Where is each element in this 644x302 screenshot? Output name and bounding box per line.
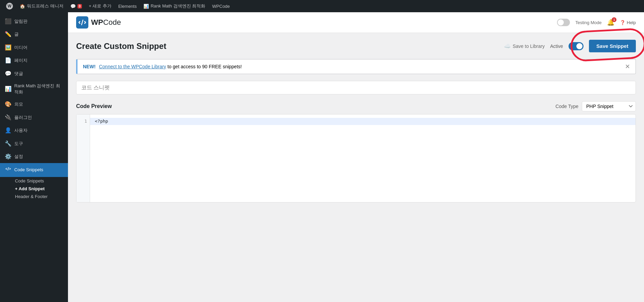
sidebar-item-plugins[interactable]: 🔌 플러그인	[0, 111, 68, 124]
sidebar: ⬛ 알림판 ✏️ 글 🖼️ 미디어 📄 페이지 💬 댓글 📊 Rank Math…	[0, 12, 68, 302]
line-number: 1	[79, 118, 87, 125]
sidebar-item-label: Code Snippets	[14, 167, 43, 173]
code-snippets-icon	[5, 166, 12, 174]
sidebar-item-label: Rank Math 검색엔진 최적화	[14, 83, 65, 95]
wp-icon: W	[6, 3, 13, 10]
code-content[interactable]: <?php	[90, 114, 636, 202]
notice-body: to get access to 90 FREE snippets!	[168, 64, 242, 69]
site-label: 워드프레스 매니저	[27, 3, 64, 9]
page-title-row: Create Custom Snippet ☁️ Save to Library…	[76, 40, 636, 52]
line-numbers: 1	[76, 114, 90, 202]
sidebar-item-label: 미디어	[14, 45, 28, 51]
sidebar-item-appearance[interactable]: 🎨 외모	[0, 98, 68, 111]
save-snippet-button[interactable]: Save Snippet	[589, 40, 636, 52]
home-icon: 🏠	[20, 4, 25, 9]
sidebar-item-dashboard[interactable]: ⬛ 알림판	[0, 15, 68, 28]
sidebar-item-label: 알림판	[14, 18, 28, 24]
wpcode-logo-icon	[76, 16, 88, 29]
elements-label: Elements	[118, 4, 137, 9]
site-name-button[interactable]: 🏠 워드프레스 매니저	[16, 0, 67, 12]
main-layout: ⬛ 알림판 ✏️ 글 🖼️ 미디어 📄 페이지 💬 댓글 📊 Rank Math…	[0, 12, 644, 302]
notification-badge: 1	[612, 17, 616, 22]
save-to-library-label: Save to Library	[513, 43, 545, 49]
sidebar-item-posts[interactable]: ✏️ 글	[0, 28, 68, 41]
appearance-icon: 🎨	[5, 101, 12, 108]
sidebar-item-label: 설정	[14, 154, 23, 160]
sidebar-item-users[interactable]: 👤 사용자	[0, 124, 68, 137]
rankmath-label: Rank Math 검색엔진 최적화	[151, 3, 205, 9]
sidebar-item-tools[interactable]: 🔧 도구	[0, 137, 68, 150]
posts-icon: ✏️	[5, 31, 12, 38]
cloud-icon: ☁️	[504, 43, 511, 49]
sidebar-sub-code-snippets[interactable]: Code Snippets	[0, 177, 68, 185]
title-actions: ☁️ Save to Library Active Save Snippet	[504, 40, 636, 52]
sidebar-sub-header-footer[interactable]: Header & Footer	[0, 193, 68, 200]
testing-mode-label: Testing Mode	[575, 20, 602, 25]
testing-mode-toggle[interactable]	[557, 19, 570, 26]
code-preview-title: Code Preview	[76, 103, 112, 109]
comment-icon: 💬	[70, 4, 76, 9]
dashboard-icon: ⬛	[5, 18, 12, 25]
pages-icon: 📄	[5, 57, 12, 64]
toggle-knob	[558, 19, 564, 25]
code-type-label: Code Type	[556, 104, 578, 109]
active-label: Active	[550, 43, 563, 49]
wpcode-header: WPCode Testing Mode 🔔 1 ❓ Help	[68, 12, 644, 33]
help-label: Help	[627, 20, 636, 25]
help-button[interactable]: ❓ Help	[620, 20, 636, 25]
elements-button[interactable]: Elements	[115, 0, 140, 12]
active-toggle[interactable]	[569, 42, 584, 50]
add-new-label: + 새로 추가	[89, 3, 111, 9]
notice-library-link[interactable]: Connect to the WPCode Library	[99, 64, 166, 69]
header-right: Testing Mode 🔔 1 ❓ Help	[557, 19, 636, 26]
sidebar-item-label: 도구	[14, 141, 23, 147]
notice-text: NEW! Connect to the WPCode Library to ge…	[83, 64, 242, 69]
snippet-name-input[interactable]	[76, 81, 636, 94]
wpcode-bar-label: WPCode	[212, 4, 230, 9]
active-toggle-knob	[576, 43, 582, 49]
sidebar-item-comments[interactable]: 💬 댓글	[0, 67, 68, 80]
code-line-1: <?php	[90, 118, 636, 125]
sidebar-item-settings[interactable]: ⚙️ 설정	[0, 150, 68, 163]
wpcode-logo: WPCode	[76, 16, 121, 29]
wpcode-bar-button[interactable]: WPCode	[209, 0, 233, 12]
notice-new-label: NEW!	[83, 64, 95, 69]
sidebar-item-code-snippets[interactable]: Code Snippets	[0, 163, 68, 177]
help-icon: ❓	[620, 20, 625, 25]
sidebar-item-label: 플러그인	[14, 114, 32, 121]
sidebar-item-label: 외모	[14, 101, 23, 107]
content-area: WPCode Testing Mode 🔔 1 ❓ Help	[68, 12, 644, 302]
sidebar-item-pages[interactable]: 📄 페이지	[0, 54, 68, 67]
notice-close-button[interactable]: ✕	[625, 64, 630, 70]
sidebar-item-label: 댓글	[14, 71, 23, 77]
comments-button[interactable]: 💬 0	[67, 0, 86, 12]
settings-icon: ⚙️	[5, 153, 12, 160]
code-type-select[interactable]: PHP Snippet JavaScript Snippet CSS Snipp…	[582, 101, 636, 111]
admin-bar: W 🏠 워드프레스 매니저 💬 0 + 새로 추가 Elements 📊 Ran…	[0, 0, 644, 12]
code-editor[interactable]: 1 <?php	[76, 114, 636, 202]
users-icon: 👤	[5, 127, 12, 134]
wp-logo-button[interactable]: W	[3, 0, 16, 12]
rankmath-icon: 📊	[143, 4, 149, 9]
add-new-button[interactable]: + 새로 추가	[85, 0, 115, 12]
page-content: Create Custom Snippet ☁️ Save to Library…	[68, 33, 644, 209]
sidebar-item-rankmath[interactable]: 📊 Rank Math 검색엔진 최적화	[0, 80, 68, 98]
media-icon: 🖼️	[5, 44, 12, 51]
sidebar-item-media[interactable]: 🖼️ 미디어	[0, 41, 68, 54]
notifications-button[interactable]: 🔔 1	[607, 19, 614, 26]
code-preview-header: Code Preview Code Type PHP Snippet JavaS…	[76, 101, 636, 111]
wpcode-logo-text: WPCode	[91, 18, 121, 27]
rankmath-sidebar-icon: 📊	[5, 85, 12, 93]
plugins-icon: 🔌	[5, 114, 12, 121]
tools-icon: 🔧	[5, 140, 12, 147]
comments-icon: 💬	[5, 70, 12, 77]
rankmath-button[interactable]: 📊 Rank Math 검색엔진 최적화	[140, 0, 209, 12]
notice-banner: NEW! Connect to the WPCode Library to ge…	[76, 59, 636, 74]
comment-count-badge: 0	[77, 4, 82, 8]
sidebar-item-label: 글	[14, 31, 19, 37]
sidebar-sub-add-snippet[interactable]: + Add Snippet	[0, 185, 68, 193]
save-to-library-button[interactable]: ☁️ Save to Library	[504, 43, 545, 49]
code-type-wrapper: Code Type PHP Snippet JavaScript Snippet…	[556, 101, 636, 111]
sidebar-item-label: 페이지	[14, 57, 28, 64]
sidebar-item-label: 사용자	[14, 127, 28, 134]
